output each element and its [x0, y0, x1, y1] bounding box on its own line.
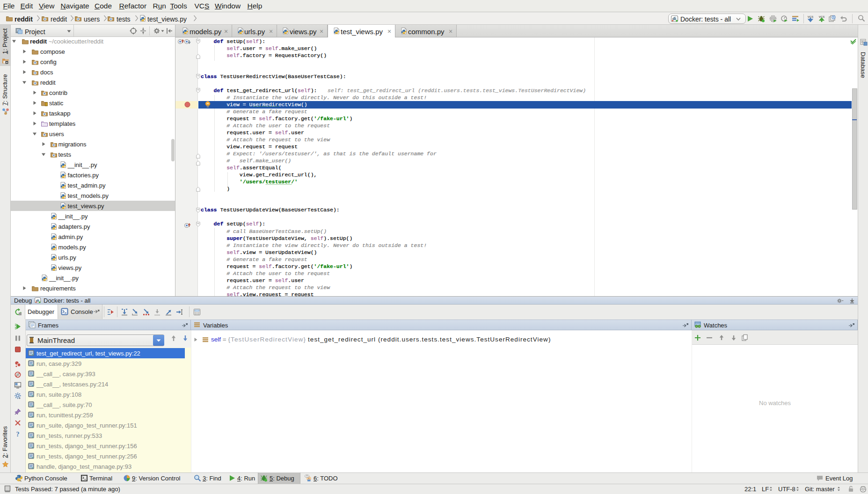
svg-text:?: ? — [16, 431, 20, 438]
